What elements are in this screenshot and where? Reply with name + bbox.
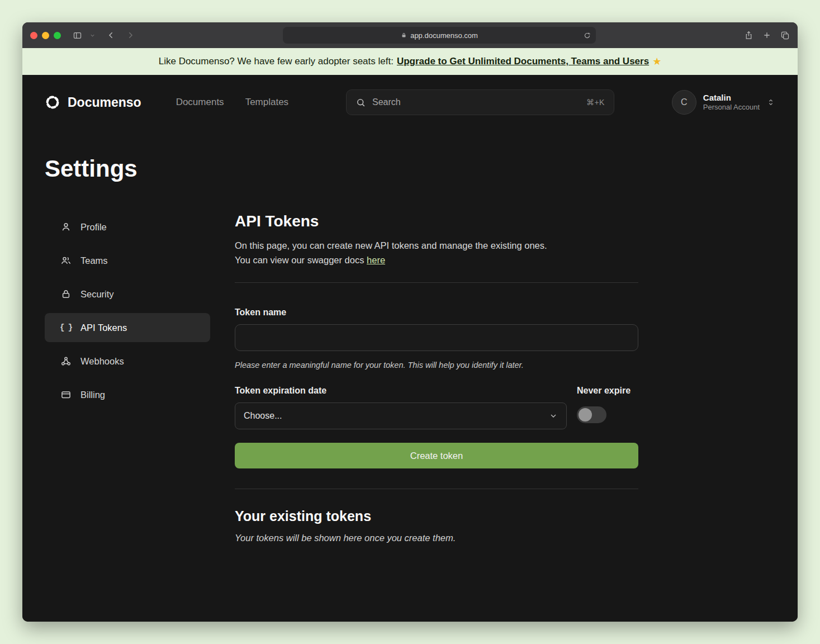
back-button[interactable] xyxy=(107,31,116,40)
expiration-select[interactable]: Choose... xyxy=(235,402,567,429)
api-tokens-panel: API Tokens On this page, you can create … xyxy=(235,212,638,543)
promo-text: Like Documenso? We have few early adopte… xyxy=(159,56,394,67)
create-token-button[interactable]: Create token xyxy=(235,443,638,468)
url-text: app.documenso.com xyxy=(410,31,478,40)
expiration-row: Token expiration date Choose... Never ex… xyxy=(235,386,638,429)
sidebar-item-teams[interactable]: Teams xyxy=(45,246,210,275)
never-expire-toggle[interactable] xyxy=(577,406,606,423)
search-icon xyxy=(356,97,366,108)
account-type: Personal Account xyxy=(703,103,760,112)
expiration-label: Token expiration date xyxy=(235,386,567,396)
expiration-field: Token expiration date Choose... xyxy=(235,386,567,429)
webhook-icon xyxy=(60,356,72,367)
close-window-button[interactable] xyxy=(30,32,37,39)
toggle-knob xyxy=(579,408,592,422)
search-placeholder: Search xyxy=(372,97,401,107)
section-description: On this page, you can create new API tok… xyxy=(235,239,638,267)
sidebar-chevron-icon[interactable] xyxy=(89,32,96,39)
description-line2: You can view our swagger docs xyxy=(235,255,364,265)
forward-button[interactable] xyxy=(126,31,135,40)
sidebar-item-security[interactable]: Security xyxy=(45,280,210,309)
upgrade-link[interactable]: Upgrade to Get Unlimited Documents, Team… xyxy=(397,56,649,67)
browser-window: app.documenso.com Like Documenso? We hav… xyxy=(22,22,798,622)
chevrons-up-down-icon xyxy=(766,98,775,107)
description-line1: On this page, you can create new API tok… xyxy=(235,240,547,250)
minimize-window-button[interactable] xyxy=(42,32,49,39)
sidebar-label: Profile xyxy=(80,222,107,233)
never-expire-label: Never expire xyxy=(577,386,638,396)
section-heading: API Tokens xyxy=(235,212,638,230)
sidebar-label: Security xyxy=(80,289,114,300)
account-menu[interactable]: C Catalin Personal Account xyxy=(672,90,775,115)
chevron-down-icon xyxy=(549,411,558,420)
sidebar-label: Billing xyxy=(80,390,105,400)
refresh-icon[interactable] xyxy=(584,32,591,39)
settings-sidebar: Profile Teams Security { } API Token xyxy=(45,212,210,543)
promo-banner: Like Documenso? We have few early adopte… xyxy=(22,48,798,75)
sidebar-item-billing[interactable]: Billing xyxy=(45,380,210,409)
brand[interactable]: Documenso xyxy=(45,94,141,110)
credit-card-icon xyxy=(60,389,72,400)
url-bar[interactable]: app.documenso.com xyxy=(283,27,596,44)
brand-name: Documenso xyxy=(68,95,141,110)
zoom-window-button[interactable] xyxy=(54,32,61,39)
nav-templates[interactable]: Templates xyxy=(245,97,288,108)
lock-icon xyxy=(401,32,407,39)
user-icon xyxy=(60,221,72,233)
account-name: Catalin xyxy=(703,92,760,103)
sidebar-item-profile[interactable]: Profile xyxy=(45,212,210,242)
app-header: Documenso Documents Templates Search ⌘+K… xyxy=(45,75,775,115)
token-name-input[interactable] xyxy=(235,324,638,351)
documenso-app: Documenso Documents Templates Search ⌘+K… xyxy=(22,75,798,622)
page-title: Settings xyxy=(45,155,775,182)
settings-content: Profile Teams Security { } API Token xyxy=(45,212,775,543)
tab-overview-icon[interactable] xyxy=(780,31,790,40)
sidebar-toggle-icon[interactable] xyxy=(72,31,83,40)
search-shortcut: ⌘+K xyxy=(586,98,605,107)
avatar: C xyxy=(672,90,696,115)
token-name-label: Token name xyxy=(235,307,638,318)
sidebar-label: Webhooks xyxy=(80,356,124,367)
never-expire-field: Never expire xyxy=(577,386,638,429)
existing-tokens-heading: Your existing tokens xyxy=(235,508,638,524)
braces-icon: { } xyxy=(60,323,72,332)
swagger-docs-link[interactable]: here xyxy=(367,255,385,265)
chrome-right-controls xyxy=(744,30,790,40)
nav-documents[interactable]: Documents xyxy=(176,97,224,108)
sidebar-label: Teams xyxy=(80,255,108,266)
token-name-help: Please enter a meaningful name for your … xyxy=(235,361,638,370)
sidebar-item-api-tokens[interactable]: { } API Tokens xyxy=(45,313,210,342)
star-icon: ★ xyxy=(652,55,661,68)
window-controls xyxy=(30,32,61,39)
documenso-logo-icon xyxy=(45,94,60,110)
sidebar-item-webhooks[interactable]: Webhooks xyxy=(45,347,210,376)
divider xyxy=(235,282,638,283)
search-input[interactable]: Search ⌘+K xyxy=(346,89,614,115)
browser-chrome: app.documenso.com xyxy=(22,22,798,48)
share-icon[interactable] xyxy=(744,30,753,40)
users-icon xyxy=(60,255,72,266)
expiration-selected-value: Choose... xyxy=(244,411,282,421)
top-nav: Documents Templates xyxy=(176,97,288,108)
divider xyxy=(235,489,638,489)
existing-tokens-empty-text: Your tokens will be shown here once you … xyxy=(235,533,638,543)
sidebar-label: API Tokens xyxy=(80,323,127,333)
new-tab-icon[interactable] xyxy=(762,31,771,40)
lock-icon xyxy=(60,288,72,300)
url-bar-area: app.documenso.com xyxy=(141,27,737,44)
search-area: Search ⌘+K xyxy=(288,89,672,115)
